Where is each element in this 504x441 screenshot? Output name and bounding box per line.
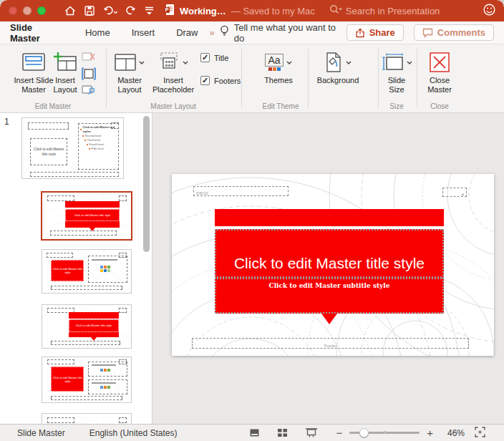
- minimize-window-button[interactable]: [23, 6, 32, 15]
- slideshow-view-icon[interactable]: [306, 428, 317, 437]
- comments-button[interactable]: Comments: [414, 24, 494, 41]
- themes-icon: Aa: [265, 54, 283, 71]
- slide-canvas: 6/8/19 # Click to edit Master title styl…: [153, 113, 504, 424]
- zoom-percentage[interactable]: 46%: [440, 428, 465, 438]
- subtitle-placeholder[interactable]: Click to edit Master subtitle style: [215, 278, 444, 314]
- group-label-master-layout: Master Layout: [109, 102, 238, 110]
- master-layout-button[interactable]: Master Layout: [109, 49, 150, 94]
- zoom-window-button[interactable]: [37, 6, 46, 15]
- thumbnail-title-layout-selected[interactable]: Click to edit Master title style: [41, 191, 132, 241]
- saved-status: — Saved to my Mac: [231, 6, 315, 16]
- save-icon[interactable]: [84, 6, 94, 16]
- comment-icon: [422, 28, 433, 38]
- thumbnail-layout-two-content[interactable]: Click to edit Master title style: [42, 357, 132, 403]
- insert-placeholder-icon: [158, 52, 180, 72]
- redo-icon[interactable]: [126, 6, 136, 16]
- fit-slide-to-window-icon[interactable]: [475, 427, 485, 440]
- document-title: Working…: [180, 6, 226, 16]
- thumbnail-layout-partial[interactable]: [42, 413, 132, 424]
- zoom-out-button[interactable]: −: [336, 427, 342, 439]
- zoom-in-button[interactable]: +: [427, 427, 433, 439]
- slide-size-icon: [381, 53, 404, 72]
- zoom-slider-thumb[interactable]: [359, 428, 369, 437]
- share-icon: [355, 28, 365, 38]
- group-label-close: Close: [420, 102, 460, 110]
- thumbnail-panel: 1 Click to edit Master title style Click…: [0, 113, 152, 424]
- group-label-edit-master: Edit Master: [3, 102, 103, 110]
- search-icon: [329, 4, 342, 17]
- insert-layout-icon: [53, 49, 77, 76]
- search-input[interactable]: Search in Presentation: [329, 4, 440, 17]
- master-title-text: Click to edit Master title style: [216, 255, 442, 272]
- language-selector[interactable]: English (United States): [89, 428, 178, 438]
- chevron-down-icon: [183, 61, 188, 64]
- thumbnail-layout-title-content[interactable]: Click to edit Master title style: [42, 249, 132, 294]
- rename-layout-icon[interactable]: [81, 67, 97, 80]
- checkbox-checked-icon: ✓: [200, 76, 210, 85]
- statusbar: Slide Master English (United States) − +…: [0, 424, 504, 441]
- svg-text:P: P: [165, 7, 169, 12]
- ribbon-tabbar: Slide Master Home Insert Draw » Tell me …: [0, 21, 504, 44]
- chevron-down-icon: [139, 61, 145, 64]
- slide-size-button[interactable]: Slide Size: [379, 49, 414, 94]
- undo-icon[interactable]: [103, 6, 117, 16]
- group-label-edit-theme: Edit Theme: [243, 102, 318, 110]
- thumbnail-scrollbar[interactable]: [143, 116, 150, 252]
- slide-number-label: 1: [4, 117, 9, 127]
- tab-insert[interactable]: Insert: [132, 27, 155, 38]
- close-master-button[interactable]: Close Master: [420, 49, 460, 94]
- ribbon: Insert Slide Master Insert Layout Edit M…: [0, 44, 504, 113]
- zoom-slider-tick: [384, 431, 387, 434]
- master-subtitle-text: Click to edit Master subtitle style: [216, 282, 442, 289]
- lightbulb-icon: [220, 25, 229, 40]
- tab-overflow-chevron-icon[interactable]: »: [209, 27, 213, 38]
- thumbnail-layout-section[interactable]: Click to edit Master title style: [42, 304, 132, 349]
- slide-number-placeholder[interactable]: #: [442, 188, 467, 197]
- checkbox-checked-icon: ✓: [200, 53, 210, 62]
- normal-view-icon[interactable]: [250, 429, 259, 437]
- powerpoint-doc-icon: P: [164, 4, 175, 19]
- powerpoint-window: P Working… — Saved to my Mac Search in P…: [0, 0, 504, 441]
- delete-layout-icon[interactable]: [81, 50, 97, 64]
- title-checkbox[interactable]: ✓ Title: [200, 53, 228, 62]
- insert-slide-master-icon: [21, 49, 47, 76]
- chevron-down-icon: [286, 61, 292, 64]
- title-placeholder[interactable]: Click to edit Master title style: [215, 229, 444, 278]
- insert-layout-button[interactable]: Insert Layout: [45, 49, 85, 94]
- chevron-down-icon: [346, 61, 352, 64]
- feedback-smiley-icon[interactable]: [483, 4, 495, 19]
- close-window-button[interactable]: [9, 6, 17, 15]
- thumbnail-slide-master[interactable]: Click to edit Master title style Click t…: [21, 117, 124, 179]
- search-placeholder: Search in Presentation: [346, 6, 440, 16]
- master-layout-icon: [115, 54, 136, 71]
- chevron-down-icon: [407, 61, 412, 64]
- group-label-size: Size: [379, 102, 414, 110]
- preserve-master-icon[interactable]: [81, 83, 97, 97]
- insert-placeholder-button[interactable]: Insert Placeholder: [150, 49, 196, 94]
- footer-placeholder[interactable]: Footer: [192, 338, 469, 349]
- footers-checkbox[interactable]: ✓ Footers: [200, 76, 241, 85]
- title-pointer-triangle: [321, 314, 337, 324]
- slide-editing-surface[interactable]: 6/8/19 # Click to edit Master title styl…: [172, 174, 494, 356]
- title-accent-bar[interactable]: [215, 209, 444, 226]
- tab-slide-master[interactable]: Slide Master: [10, 22, 64, 44]
- ribbon-display-options-icon[interactable]: [145, 6, 154, 16]
- close-master-icon: [429, 49, 450, 76]
- themes-button[interactable]: Aa Themes: [258, 49, 299, 85]
- share-button[interactable]: Share: [346, 24, 404, 41]
- titlebar: P Working… — Saved to my Mac Search in P…: [0, 0, 504, 21]
- zoom-slider[interactable]: [349, 432, 420, 434]
- statusbar-view-label: Slide Master: [17, 428, 65, 438]
- background-icon: [324, 52, 343, 72]
- traffic-lights: [9, 6, 46, 15]
- slide-sorter-view-icon[interactable]: [278, 429, 287, 437]
- tab-draw[interactable]: Draw: [176, 27, 198, 38]
- tell-me-field[interactable]: Tell me what you want to do: [234, 22, 346, 44]
- date-placeholder[interactable]: 6/8/19: [193, 186, 289, 196]
- background-button[interactable]: Background: [314, 49, 362, 85]
- home-icon[interactable]: [64, 6, 76, 16]
- tab-home[interactable]: Home: [85, 27, 110, 38]
